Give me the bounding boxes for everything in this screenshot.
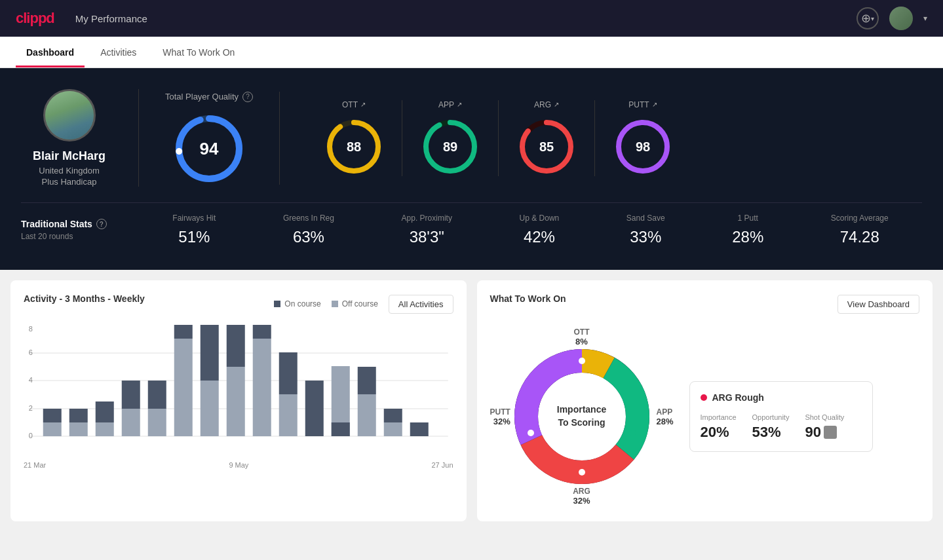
wtwo-content: ImportanceTo Scoring OTT 8% APP 28% ARG …: [490, 325, 920, 508]
help-icon[interactable]: ?: [242, 92, 253, 102]
quality-box-icon: [824, 426, 837, 439]
trad-stats-subtitle: Last 20 rounds: [21, 232, 139, 241]
player-country: United Kingdom: [39, 166, 100, 176]
off-course-dot: [332, 301, 338, 307]
info-opportunity: Opportunity 53%: [752, 413, 790, 441]
traditional-stats: Traditional Stats ? Last 20 rounds Fairw…: [21, 202, 922, 246]
app-segment-label: APP 28%: [656, 407, 673, 426]
avatar-button[interactable]: [889, 7, 913, 30]
svg-rect-29: [148, 381, 166, 409]
svg-rect-23: [69, 409, 88, 422]
ott-trend-icon: ↗: [360, 101, 366, 108]
chevron-down-icon: ▾: [871, 15, 874, 22]
chart-label-mar: 21 Mar: [24, 461, 46, 469]
stat-scoring-value: 74.28: [840, 228, 879, 246]
stat-sandsave-value: 33%: [630, 228, 661, 246]
shot-quality-label: Shot Quality: [805, 413, 844, 421]
logo-text: clippd: [16, 10, 54, 26]
legend-on-course: On course: [274, 299, 320, 308]
player-avatar: [43, 89, 96, 141]
avatar: [889, 7, 913, 30]
total-quality-gauge: 94: [173, 113, 245, 185]
add-button[interactable]: ⊕ ▾: [856, 7, 879, 29]
tab-what-to-work-on[interactable]: What To Work On: [152, 39, 245, 67]
app-value: 89: [443, 139, 457, 154]
svg-point-54: [630, 430, 636, 436]
stat-updown-label: Up & Down: [520, 214, 560, 223]
trad-stats-title: Traditional Stats ?: [21, 219, 139, 229]
view-dashboard-button[interactable]: View Dashboard: [837, 295, 919, 314]
svg-rect-27: [122, 381, 140, 409]
svg-rect-40: [305, 381, 324, 436]
metric-arg-label: ARG ↗: [534, 100, 559, 109]
stat-updown: Up & Down 42%: [520, 214, 560, 246]
bottom-row: Activity - 3 Months - Weekly On course O…: [0, 270, 943, 532]
svg-rect-43: [358, 394, 376, 436]
opportunity-label: Opportunity: [752, 413, 790, 421]
plus-icon: ⊕: [861, 11, 871, 26]
svg-rect-20: [43, 422, 62, 436]
player-info: Blair McHarg United Kingdom Plus Handica…: [21, 89, 139, 187]
svg-rect-22: [69, 422, 88, 436]
total-quality-value: 94: [200, 138, 219, 159]
stat-scoring: Scoring Average 74.28: [831, 214, 889, 246]
stat-1putt: 1 Putt 28%: [732, 214, 763, 246]
header-actions: ⊕ ▾ ▾: [856, 7, 927, 30]
metric-app-label: APP ↗: [438, 100, 462, 109]
svg-text:6: 6: [29, 348, 33, 356]
stat-gir-label: Greens In Reg: [283, 214, 334, 223]
stat-gir-value: 63%: [293, 228, 324, 246]
stat-scoring-label: Scoring Average: [831, 214, 889, 223]
hero-section: Blair McHarg United Kingdom Plus Handica…: [0, 68, 943, 270]
trad-stats-label: Traditional Stats ? Last 20 rounds: [21, 219, 139, 241]
total-quality: Total Player Quality ? 94: [165, 92, 280, 185]
chart-x-labels: 21 Mar 9 May 27 Jun: [24, 458, 453, 472]
ott-gauge: 88: [324, 117, 383, 176]
activity-title: Activity - 3 Months - Weekly: [24, 293, 145, 304]
info-shot-quality: Shot Quality 90: [805, 413, 844, 441]
tab-activities[interactable]: Activities: [90, 39, 147, 67]
svg-rect-24: [96, 422, 114, 436]
activity-legend: On course Off course: [274, 299, 378, 308]
ott-segment-label: OTT 8%: [574, 327, 590, 346]
info-metrics: Importance 20% Opportunity 53% Shot Qual…: [701, 413, 862, 441]
avatar-image: [45, 89, 94, 141]
metric-arg: ARG ↗ 85: [499, 100, 595, 176]
logo: clippd: [16, 10, 54, 27]
legend-off-course: Off course: [332, 299, 378, 308]
quality-section: Total Player Quality ? 94 OT: [139, 92, 922, 185]
tab-dashboard[interactable]: Dashboard: [16, 39, 85, 67]
svg-rect-45: [384, 422, 402, 436]
wtwo-header: What To Work On View Dashboard: [490, 293, 920, 314]
opportunity-value: 53%: [752, 424, 790, 441]
svg-text:4: 4: [29, 376, 33, 384]
activity-header: Activity - 3 Months - Weekly On course O…: [24, 293, 453, 314]
stat-fairways: Fairways Hit 51%: [172, 214, 216, 246]
svg-rect-25: [96, 401, 114, 422]
arg-trend-icon: ↗: [554, 101, 559, 108]
svg-text:8: 8: [29, 325, 33, 333]
arg-segment-label: ARG 32%: [573, 487, 590, 506]
svg-text:0: 0: [29, 432, 33, 439]
header-title: My Performance: [75, 13, 856, 24]
info-importance: Importance 20%: [701, 413, 737, 441]
svg-rect-33: [201, 325, 219, 381]
chart-label-may: 9 May: [229, 461, 248, 469]
svg-rect-32: [201, 381, 219, 436]
putt-trend-icon: ↗: [652, 101, 657, 108]
importance-value: 20%: [701, 424, 737, 441]
svg-rect-35: [227, 325, 245, 367]
metric-gauges: OTT ↗ 88 APP ↗: [280, 100, 922, 176]
metric-putt: PUTT ↗ 98: [595, 100, 691, 176]
svg-rect-30: [174, 339, 193, 436]
svg-point-56: [528, 430, 534, 436]
activity-panel: Activity - 3 Months - Weekly On course O…: [10, 280, 467, 521]
stat-updown-value: 42%: [524, 228, 555, 246]
svg-rect-28: [148, 409, 166, 436]
stat-proximity-label: App. Proximity: [402, 214, 452, 223]
all-activities-button[interactable]: All Activities: [389, 295, 453, 314]
stat-proximity-value: 38'3": [410, 228, 444, 246]
trad-help-icon[interactable]: ?: [96, 219, 107, 229]
avatar-chevron-icon: ▾: [923, 14, 927, 23]
shot-quality-value: 90: [805, 424, 844, 441]
